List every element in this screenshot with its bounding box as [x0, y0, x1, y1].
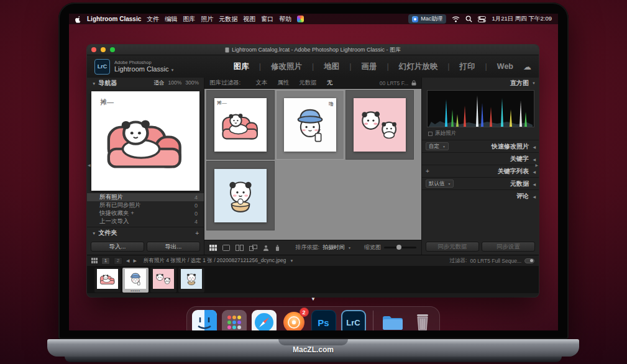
menu-window[interactable]: 窗口 [261, 15, 273, 24]
brand-line-2[interactable]: Lightroom Classic [114, 65, 168, 73]
tab-web[interactable]: Web [480, 62, 518, 71]
metadata-header[interactable]: 默认值 ▼ 元数据 ◀ [422, 177, 539, 189]
dock-lightroom-classic-icon[interactable]: LrC [341, 310, 366, 330]
search-icon[interactable] [465, 16, 472, 22]
add-folder-button[interactable]: + [195, 230, 199, 237]
menu-metadata[interactable]: 元数据 [219, 15, 237, 24]
active-app-name[interactable]: Lightroom Classic [87, 16, 141, 22]
photo-cell-1[interactable]: 摊— [206, 90, 275, 160]
dock-utility-app-icon[interactable]: 2 [281, 310, 306, 330]
minimize-button[interactable] [101, 47, 106, 52]
keywords-header[interactable]: 关键字 ◀ [422, 152, 539, 165]
filmstrip-filter-value[interactable]: 00 LRT5 Full Seque... [470, 258, 521, 264]
loupe-view-icon[interactable] [222, 245, 230, 251]
photo-cell-4[interactable] [206, 161, 275, 230]
dock-trash-icon[interactable] [410, 310, 435, 330]
filter-none[interactable]: 无 [327, 79, 333, 87]
tab-map[interactable]: 地图 [307, 61, 344, 72]
menu-library[interactable]: 图库 [183, 15, 195, 24]
menu-photo[interactable]: 照片 [201, 15, 213, 24]
painter-spray-icon[interactable] [275, 244, 280, 251]
slider-knob[interactable] [396, 245, 401, 250]
export-button[interactable]: 导出... [147, 242, 200, 252]
grid-view-icon[interactable] [209, 245, 217, 251]
people-view-icon[interactable] [263, 245, 269, 251]
zoom-300[interactable]: 300% [185, 80, 199, 87]
filter-metadata[interactable]: 元数据 [299, 79, 317, 87]
filmstrip-thumb-2-selected[interactable]: ••••• [122, 268, 149, 293]
window-title-bar[interactable]: Lightroom Catalog.lrcat - Adobe Photosho… [87, 45, 539, 55]
filter-toggle[interactable] [524, 258, 534, 263]
menu-extra-icon[interactable] [297, 16, 304, 22]
go-forward-icon[interactable]: ▶ [133, 258, 136, 263]
filter-text[interactable]: 文本 [255, 79, 267, 87]
dock-finder-icon[interactable] [192, 310, 217, 330]
quick-develop-preset-dropdown[interactable]: 自定 ▼ [426, 142, 449, 150]
control-center-icon[interactable] [478, 16, 486, 22]
tab-print[interactable]: 打印 [442, 61, 480, 72]
catalog-quick-collection[interactable]: 快捷收藏夹 + 0 [87, 209, 204, 217]
chevron-down-icon: ▼ [348, 246, 351, 250]
apple-icon[interactable] [75, 16, 81, 23]
menu-file[interactable]: 文件 [147, 15, 159, 24]
add-keyword-button[interactable]: + [426, 168, 429, 175]
grid-view-icon[interactable] [91, 258, 98, 263]
checkbox-icon[interactable] [428, 132, 432, 136]
dock-safari-icon[interactable] [252, 310, 277, 330]
collapse-left-panel-icon[interactable]: ◀ [88, 163, 91, 167]
tab-book[interactable]: 画册 [344, 61, 382, 72]
dock-photoshop-icon[interactable]: Ps [311, 310, 336, 330]
folders-header[interactable]: ▼ 文件夹 + [87, 227, 204, 239]
zoom-100[interactable]: 100% [168, 80, 182, 87]
histogram[interactable] [427, 90, 534, 127]
catalog-synced-photos[interactable]: 所有已同步照片 0 [87, 201, 204, 209]
close-button[interactable] [91, 47, 96, 52]
menu-bar-clock[interactable]: 1月21日 周四 下午2:09 [492, 15, 552, 23]
assistant-status-item[interactable]: Mac助理 [408, 14, 446, 24]
tab-develop[interactable]: 修改照片 [254, 61, 307, 72]
hide-filmstrip-arrow-icon[interactable]: ▼ [311, 296, 316, 302]
navigator-preview[interactable]: 摊— [91, 91, 199, 191]
filmstrip-thumb-4[interactable] [178, 268, 204, 293]
comments-header[interactable]: 评论 ◀ [422, 189, 539, 202]
quick-develop-header[interactable]: 自定 ▼ 快速修改照片 ◀ [422, 140, 539, 152]
histogram-header[interactable]: 直方图 ▼ [422, 78, 539, 89]
photo-cell-3[interactable] [346, 90, 414, 160]
sync-metadata-button[interactable]: 同步元数据 [426, 242, 479, 252]
dock-downloads-folder-icon[interactable] [380, 310, 405, 330]
original-photo-row[interactable]: 原始照片 [428, 130, 456, 137]
catalog-all-photos[interactable]: 所有照片 4 [87, 193, 204, 201]
metadata-preset-dropdown[interactable]: 默认值 ▼ [426, 180, 454, 188]
panda-eating-photo [181, 269, 202, 289]
second-window-button[interactable]: 2 [114, 257, 122, 265]
import-button[interactable]: 导入... [91, 242, 144, 252]
menu-help[interactable]: 帮助 [279, 15, 291, 24]
go-back-icon[interactable]: ◀ [126, 258, 129, 263]
tab-library[interactable]: 图库 [229, 61, 254, 72]
dock-launchpad-icon[interactable] [222, 310, 247, 330]
filter-attribute[interactable]: 属性 [277, 79, 289, 87]
survey-view-icon[interactable] [249, 245, 257, 251]
wifi-icon[interactable] [452, 16, 460, 22]
keyword-list-header[interactable]: + 关键字列表 ◀ [422, 165, 539, 177]
lock-icon[interactable] [411, 80, 416, 86]
catalog-previous-import[interactable]: 上一次导入 4 [87, 217, 204, 225]
cloud-sync-icon[interactable]: ☁ [523, 62, 531, 71]
zoom-button[interactable] [110, 47, 115, 52]
compare-view-icon[interactable] [236, 245, 244, 251]
main-window-button[interactable]: 1 [101, 257, 110, 265]
photo-cell-2-selected[interactable]: 噜 [276, 90, 344, 160]
filter-preset[interactable]: 00 LRT5 F... [380, 80, 408, 86]
filmstrip-thumb-1[interactable] [94, 268, 121, 293]
sync-settings-button[interactable]: 同步设置 [482, 242, 535, 252]
filmstrip-thumb-3[interactable] [150, 268, 176, 293]
menu-edit[interactable]: 编辑 [165, 15, 177, 24]
filmstrip-source-breadcrumb[interactable]: 所有照片 4 张照片 / 选定 1 张 / 20200827121256_dcy… [144, 257, 286, 265]
tab-slideshow[interactable]: 幻灯片放映 [382, 61, 443, 72]
collapse-right-panel-icon[interactable]: ▶ [535, 163, 538, 167]
sort-by-value[interactable]: 拍摄时间 [323, 243, 345, 252]
thumbnail-size-slider[interactable] [384, 247, 416, 248]
menu-view[interactable]: 视图 [243, 15, 255, 24]
zoom-fit[interactable]: 适合 [154, 80, 165, 87]
navigator-header[interactable]: ▼ 导航器 适合 100% 300% [87, 78, 204, 89]
